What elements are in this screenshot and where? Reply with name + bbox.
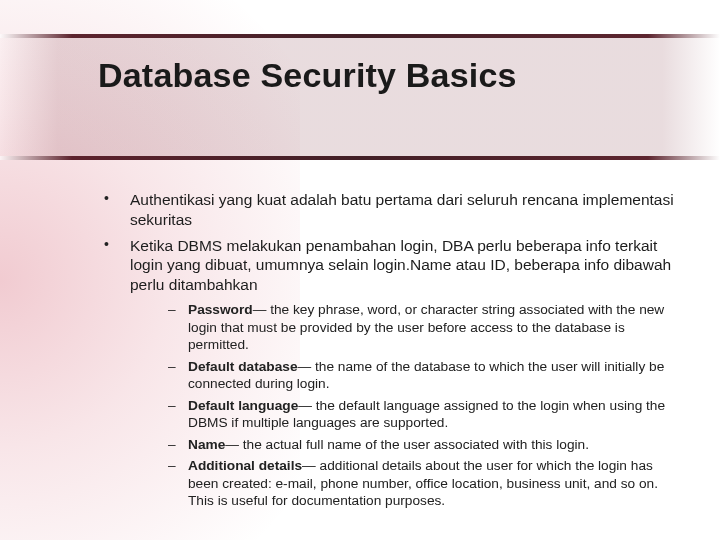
sub-list: Password— the key phrase, word, or chara… (130, 301, 680, 510)
sub-desc: — the key phrase, word, or character str… (188, 302, 664, 352)
slide-content: Authentikasi yang kuat adalah batu perta… (98, 190, 680, 516)
sub-term: Name (188, 437, 225, 452)
sub-item: Additional details— additional details a… (164, 457, 680, 510)
bullet-list: Authentikasi yang kuat adalah batu perta… (98, 190, 680, 510)
sub-desc: — the actual full name of the user assoc… (225, 437, 589, 452)
sub-item: Password— the key phrase, word, or chara… (164, 301, 680, 354)
slide-title: Database Security Basics (98, 56, 517, 95)
bullet-text: Ketika DBMS melakukan penambahan login, … (130, 237, 671, 294)
sub-item: Name— the actual full name of the user a… (164, 436, 680, 454)
sub-term: Password (188, 302, 253, 317)
sub-item: Default language— the default language a… (164, 397, 680, 432)
sub-item: Default database— the name of the databa… (164, 358, 680, 393)
bullet-item: Ketika DBMS melakukan penambahan login, … (98, 236, 680, 510)
sub-term: Default database (188, 359, 298, 374)
sub-term: Default language (188, 398, 298, 413)
sub-term: Additional details (188, 458, 302, 473)
title-bar (0, 34, 720, 160)
slide: Database Security Basics Authentikasi ya… (0, 0, 720, 540)
bullet-item: Authentikasi yang kuat adalah batu perta… (98, 190, 680, 230)
title-bar-bottom-rule (0, 156, 720, 160)
